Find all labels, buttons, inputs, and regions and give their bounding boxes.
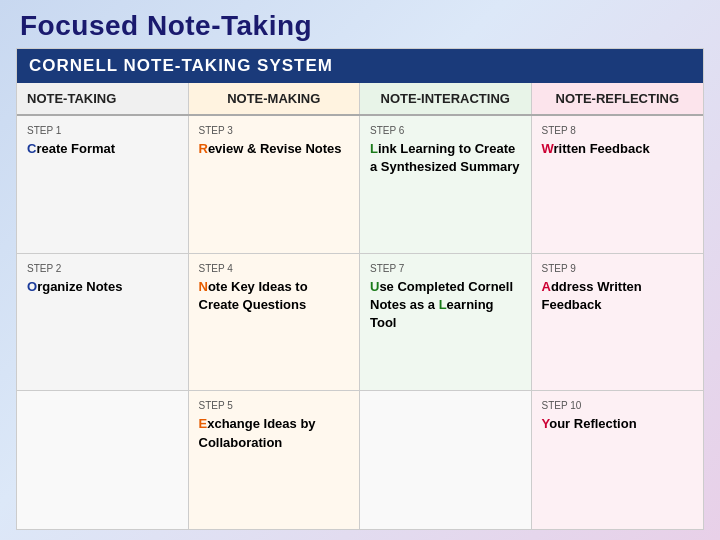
table-row: STEP 1 Create Format STEP 3 Review & Rev… — [17, 116, 703, 254]
main-content: CORNELL NOTE-TAKING SYSTEM NOTE-TAKING N… — [16, 48, 704, 530]
cell-step10: STEP 10 Your Reflection — [532, 391, 704, 529]
cell-step2: STEP 2 Organize Notes — [17, 254, 189, 391]
table-rows: STEP 1 Create Format STEP 3 Review & Rev… — [17, 116, 703, 529]
cell-step5: STEP 5 Exchange Ideas by Collaboration — [189, 391, 361, 529]
table-area: NOTE-TAKING NOTE-MAKING NOTE-INTERACTING… — [17, 83, 703, 529]
cell-empty-1 — [17, 391, 189, 529]
cell-step3: STEP 3 Review & Revise Notes — [189, 116, 361, 253]
cell-step7: STEP 7 Use Completed Cornell Notes as a … — [360, 254, 532, 391]
col-header-note-making: NOTE-MAKING — [189, 83, 361, 114]
page-title: Focused Note-Taking — [0, 0, 720, 48]
system-header: CORNELL NOTE-TAKING SYSTEM — [17, 49, 703, 83]
cell-step6: STEP 6 Link Learning to Create a Synthes… — [360, 116, 532, 253]
column-headers: NOTE-TAKING NOTE-MAKING NOTE-INTERACTING… — [17, 83, 703, 116]
col-header-note-interacting: NOTE-INTERACTING — [360, 83, 532, 114]
table-row: STEP 2 Organize Notes STEP 4 Note Key Id… — [17, 254, 703, 392]
cell-step8: STEP 8 Written Feedback — [532, 116, 704, 253]
page-wrapper: Focused Note-Taking CORNELL NOTE-TAKING … — [0, 0, 720, 540]
cell-step1: STEP 1 Create Format — [17, 116, 189, 253]
table-row: STEP 5 Exchange Ideas by Collaboration S… — [17, 391, 703, 529]
cell-step4: STEP 4 Note Key Ideas to Create Question… — [189, 254, 361, 391]
col-header-note-taking: NOTE-TAKING — [17, 83, 189, 114]
cell-step9: STEP 9 Address Written Feedback — [532, 254, 704, 391]
cell-empty-2 — [360, 391, 532, 529]
col-header-note-reflecting: NOTE-REFLECTING — [532, 83, 704, 114]
